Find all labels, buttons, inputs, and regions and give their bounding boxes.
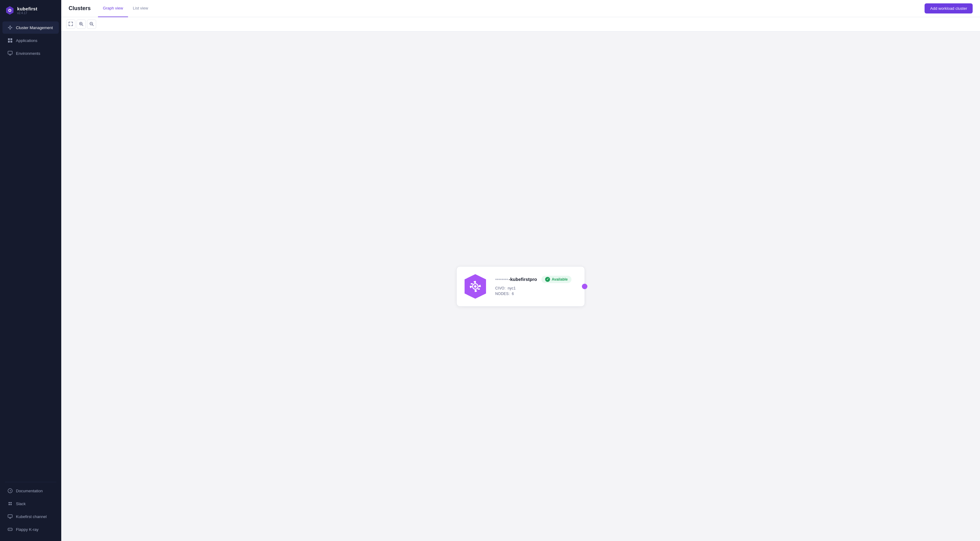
svg-point-27 xyxy=(11,529,11,530)
sidebar-item-documentation[interactable]: ? Documentation xyxy=(2,485,59,497)
svg-rect-18 xyxy=(10,502,12,503)
svg-point-2 xyxy=(9,10,11,11)
cluster-info: ••••••••-kubefirstpro ✓ Available CIVO: … xyxy=(495,276,576,297)
sidebar-item-label-slack: Slack xyxy=(16,501,26,506)
app-version: v2.4.17 xyxy=(17,11,37,15)
sidebar-item-kubefirst-channel[interactable]: Kubefirst channel xyxy=(2,510,59,523)
svg-rect-46 xyxy=(471,283,473,284)
zoom-in-icon xyxy=(79,22,83,27)
expand-button[interactable] xyxy=(66,20,75,29)
svg-point-7 xyxy=(11,27,12,28)
gamepad-icon xyxy=(7,527,13,532)
svg-rect-10 xyxy=(8,41,10,43)
cluster-name-blurred: •••••••• xyxy=(495,277,508,282)
cluster-name-row: ••••••••-kubefirstpro ✓ Available xyxy=(495,276,576,283)
tab-list-view[interactable]: List view xyxy=(128,0,153,17)
tab-list-view-label: List view xyxy=(133,6,148,10)
svg-point-5 xyxy=(10,29,11,30)
sidebar-item-applications[interactable]: Applications xyxy=(2,34,59,46)
tabs: Graph view List view xyxy=(98,0,153,17)
kubefirst-logo-icon xyxy=(5,5,15,15)
sidebar-nav: Cluster Management Applications Environm… xyxy=(0,21,61,479)
svg-rect-19 xyxy=(9,504,10,505)
cluster-hexagon-icon xyxy=(461,273,489,300)
svg-text:?: ? xyxy=(10,490,11,493)
svg-line-34 xyxy=(92,24,94,26)
sidebar-logo-text: kubefirst v2.4.17 xyxy=(17,6,37,15)
env-icon xyxy=(7,51,13,56)
sidebar-item-label-cluster-management: Cluster Management xyxy=(16,25,53,30)
svg-rect-8 xyxy=(8,38,10,40)
svg-rect-9 xyxy=(10,38,12,40)
sidebar-bottom: ? Documentation Slack Kubefirst channel … xyxy=(0,479,61,541)
zoom-in-button[interactable] xyxy=(76,20,86,29)
tab-graph-view[interactable]: Graph view xyxy=(98,0,128,17)
sidebar-item-slack[interactable]: Slack xyxy=(2,498,59,510)
zoom-out-button[interactable] xyxy=(87,20,96,29)
svg-point-4 xyxy=(10,25,11,26)
add-workload-button[interactable]: Add workload cluster xyxy=(924,3,973,13)
check-icon: ✓ xyxy=(545,277,550,282)
svg-line-31 xyxy=(82,24,83,26)
nodes-label: NODES: xyxy=(495,292,510,296)
sidebar-logo: kubefirst v2.4.17 xyxy=(0,0,61,18)
monitor-icon xyxy=(7,514,13,519)
provider-label: CIVO: xyxy=(495,286,506,290)
svg-rect-21 xyxy=(8,515,12,517)
svg-rect-17 xyxy=(9,502,10,503)
header-left: Clusters Graph view List view xyxy=(68,0,153,17)
cluster-icon xyxy=(7,25,13,30)
cluster-provider: CIVO: nyc1 xyxy=(495,286,576,290)
header: Clusters Graph view List view Add worklo… xyxy=(61,0,980,17)
nodes-value: 6 xyxy=(512,292,514,296)
graph-area: ••••••••-kubefirstpro ✓ Available CIVO: … xyxy=(61,32,980,541)
sidebar-item-flappy-k-ray[interactable]: Flappy K-ray xyxy=(2,523,59,536)
slack-icon xyxy=(7,501,13,506)
svg-point-37 xyxy=(474,285,477,288)
svg-point-6 xyxy=(8,27,9,28)
sidebar-item-label-kubefirst-channel: Kubefirst channel xyxy=(16,514,46,519)
svg-point-3 xyxy=(9,27,11,29)
main-content: Clusters Graph view List view Add worklo… xyxy=(61,0,980,541)
sidebar: kubefirst v2.4.17 Cluster Management App… xyxy=(0,0,61,541)
cluster-nodes: NODES: 6 xyxy=(495,292,576,296)
apps-icon xyxy=(7,38,13,43)
svg-rect-11 xyxy=(10,41,12,43)
svg-rect-43 xyxy=(478,288,480,290)
cluster-name: ••••••••-kubefirstpro xyxy=(495,277,537,282)
status-badge: ✓ Available xyxy=(541,276,571,283)
page-title: Clusters xyxy=(68,5,91,12)
header-right: Add workload cluster xyxy=(924,3,973,13)
app-name: kubefirst xyxy=(17,6,37,11)
sidebar-item-cluster-management[interactable]: Cluster Management xyxy=(2,21,59,34)
svg-rect-24 xyxy=(8,528,12,531)
provider-region: nyc1 xyxy=(508,286,516,290)
sidebar-item-label-documentation: Documentation xyxy=(16,488,43,493)
cluster-connection-dot xyxy=(582,284,587,289)
sidebar-item-label-environments: Environments xyxy=(16,51,40,56)
help-circle-icon: ? xyxy=(7,488,13,493)
cluster-name-suffix: -kubefirstpro xyxy=(509,277,537,282)
status-text: Available xyxy=(552,277,568,282)
tab-graph-view-label: Graph view xyxy=(103,6,123,10)
svg-rect-20 xyxy=(10,504,12,505)
sidebar-item-label-applications: Applications xyxy=(16,38,37,43)
sidebar-item-environments[interactable]: Environments xyxy=(2,47,59,59)
expand-icon xyxy=(68,22,73,27)
sidebar-item-label-flappy-k-ray: Flappy K-ray xyxy=(16,527,38,532)
toolbar xyxy=(61,17,980,32)
svg-rect-12 xyxy=(8,51,12,54)
cluster-card[interactable]: ••••••••-kubefirstpro ✓ Available CIVO: … xyxy=(456,266,585,307)
zoom-out-icon xyxy=(89,22,94,27)
